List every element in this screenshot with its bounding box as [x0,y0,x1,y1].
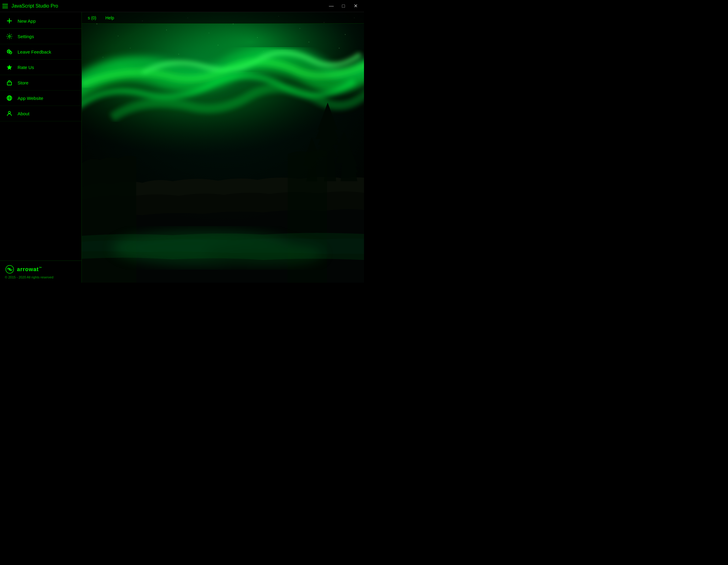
sidebar-item-new-app[interactable]: New App [0,13,81,29]
content-area: s (0) Help [82,12,364,282]
main-layout: New App Settings [0,12,364,282]
store-label: Store [18,80,28,85]
aurora-background [82,12,364,282]
sidebar-item-app-website[interactable]: App Website [0,91,81,106]
toolbar-tabs: s (0) Help [88,14,114,21]
sidebar-item-rate-us[interactable]: Rate Us [0,60,81,75]
person-icon [6,110,13,117]
sidebar-item-about[interactable]: About [0,106,81,121]
svg-rect-7 [7,82,12,85]
settings-label: Settings [18,34,34,39]
footer-brand: arrowat™ [17,266,42,273]
svg-point-13 [8,111,11,114]
minimize-button[interactable]: — [325,2,337,11]
footer-copyright: © 2015 - 2020 All rights reserved [5,276,77,279]
globe-icon [6,95,13,101]
rate-us-label: Rate Us [18,65,34,70]
sidebar: New App Settings [0,12,82,282]
gear-icon [6,33,13,40]
app-website-label: App Website [18,96,43,101]
plus-icon [6,18,13,24]
store-icon [6,79,13,86]
svg-point-5 [8,50,10,52]
leave-feedback-label: Leave Feedback [18,49,51,55]
svg-marker-6 [7,65,12,70]
sidebar-item-leave-feedback[interactable]: Leave Feedback [0,44,81,60]
footer-logo: arrowat™ [5,265,77,274]
tab-apps[interactable]: s (0) [88,14,96,21]
content-toolbar: s (0) Help [82,12,364,24]
star-icon [6,64,13,71]
close-button[interactable]: ✕ [349,2,362,11]
hamburger-icon[interactable] [2,4,8,8]
tab-help[interactable]: Help [105,14,114,21]
app-title: JavaScript Studio Pro [12,3,58,9]
title-bar-left: JavaScript Studio Pro [2,3,58,9]
sidebar-footer: arrowat™ © 2015 - 2020 All rights reserv… [0,261,81,282]
maximize-button[interactable]: □ [337,2,349,11]
svg-point-40 [203,242,324,266]
feedback-icon [6,48,13,55]
sidebar-item-settings[interactable]: Settings [0,29,81,44]
about-label: About [18,111,29,116]
aurora-svg [82,12,364,282]
new-app-label: New App [18,18,36,24]
arrowat-logo-icon [5,265,15,274]
window-controls: — □ ✕ [325,2,362,11]
sidebar-menu: New App Settings [0,12,81,261]
sidebar-item-store[interactable]: Store [0,75,81,91]
svg-point-2 [8,35,10,37]
title-bar: JavaScript Studio Pro — □ ✕ [0,0,364,12]
